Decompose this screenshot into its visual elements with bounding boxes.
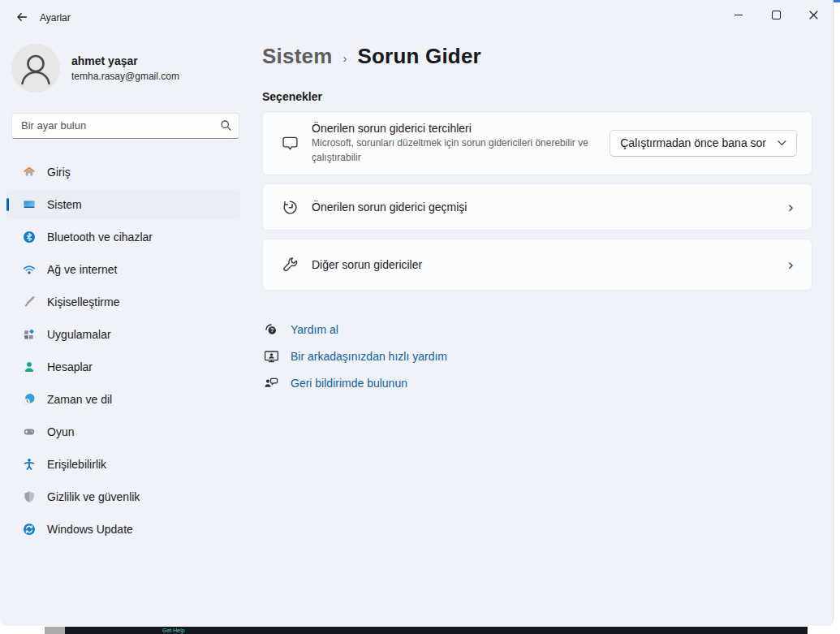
card-description: Microsoft, sorunları düzeltmek için soru… [312, 136, 610, 164]
history-icon [281, 198, 299, 216]
sidebar-item-label: Uygulamalar [47, 328, 111, 341]
sidebar-item-erisilebilirlik[interactable]: Erişilebilirlik [6, 450, 240, 479]
sidebar-item-label: Zaman ve dil [47, 393, 112, 406]
privacy-icon [23, 490, 36, 503]
link-label: Bir arkadaşınızdan hızlı yardım [291, 350, 447, 363]
windows-update-icon [23, 523, 36, 536]
card-text: Önerilen sorun giderici geçmişi [312, 201, 787, 213]
user-email: temha.rasay@gmail.com [71, 71, 179, 82]
link-label: Geri bildirimde bulunun [291, 377, 407, 390]
search-box [11, 113, 239, 139]
settings-cards: Önerilen sorun giderici tercihleri Micro… [262, 111, 812, 299]
breadcrumb-parent[interactable]: Sistem [262, 44, 332, 69]
window-controls [720, 0, 832, 29]
sidebar-item-gizlilik[interactable]: Gizlilik ve güvenlik [6, 482, 240, 511]
close-button[interactable] [795, 0, 832, 29]
sidebar-item-label: Gizlilik ve güvenlik [47, 490, 140, 503]
chevron-right-icon: › [787, 198, 794, 216]
sidebar-item-hesaplar[interactable]: Hesaplar [6, 352, 240, 382]
card-title: Diğer sorun gidericiler [312, 258, 787, 271]
card-other-troubleshooters[interactable]: Diğer sorun gidericiler › [262, 239, 812, 291]
sidebar-item-label: Ağ ve internet [47, 263, 117, 276]
personalization-icon [23, 295, 36, 308]
sidebar-nav: Giriş Sistem Bluetooth ve cihazlar Ağ ve… [6, 157, 240, 547]
chevron-down-icon [778, 140, 786, 146]
sidebar-item-oyun[interactable]: Oyun [6, 417, 240, 446]
background-peek-gray [45, 627, 65, 634]
link-quick-assist[interactable]: Bir arkadaşınızdan hızlı yardım [263, 343, 447, 369]
breadcrumb: Sistem › Sorun Gider [262, 44, 481, 69]
minimize-icon [734, 15, 743, 15]
svg-text:?: ? [270, 327, 274, 333]
person-icon [11, 44, 60, 93]
sidebar-item-ag-internet[interactable]: Ağ ve internet [6, 255, 240, 284]
sidebar-item-label: Giriş [47, 166, 71, 179]
get-help-icon: ? [263, 322, 279, 337]
back-button[interactable] [10, 6, 34, 28]
card-text: Diğer sorun gidericiler [312, 258, 787, 271]
gaming-icon [23, 425, 36, 438]
search-icon[interactable] [220, 119, 232, 132]
maximize-button[interactable] [757, 0, 795, 29]
user-name: ahmet yaşar [71, 54, 138, 67]
link-get-help[interactable]: ? Yardım al [263, 316, 447, 343]
breadcrumb-separator: › [342, 51, 347, 65]
link-feedback[interactable]: Geri bildirimde bulunun [263, 369, 447, 396]
account-profile[interactable]: ahmet yaşar temha.rasay@gmail.com [11, 44, 239, 94]
card-title: Önerilen sorun giderici tercihleri [312, 122, 610, 135]
avatar [11, 44, 60, 93]
page-title: Sorun Gider [357, 44, 480, 69]
chevron-right-icon: › [787, 256, 794, 274]
card-recommended-troubleshooter-preferences: Önerilen sorun giderici tercihleri Micro… [262, 111, 812, 175]
sidebar-item-giris[interactable]: Giriş [6, 157, 240, 187]
time-language-icon [23, 393, 36, 406]
search-input[interactable] [12, 114, 216, 136]
sidebar-item-label: Hesaplar [47, 360, 93, 373]
card-title: Önerilen sorun giderici geçmişi [312, 201, 787, 213]
sidebar-item-label: Windows Update [47, 523, 133, 536]
feedback-icon [263, 376, 279, 390]
titlebar: Ayarlar [0, 0, 833, 32]
sidebar-item-bluetooth[interactable]: Bluetooth ve cihazlar [6, 222, 240, 252]
background-window-edge [833, 0, 840, 2]
background-peek-label: Get Help [162, 627, 185, 634]
background-peek-window: Get Help [65, 627, 808, 634]
troubleshooter-preference-dropdown[interactable]: Çalıştırmadan önce bana sor [610, 130, 797, 157]
maximize-icon [772, 11, 781, 19]
sidebar-item-label: Oyun [47, 425, 74, 438]
section-title: Seçenekler [262, 90, 322, 103]
wrench-icon [281, 256, 299, 274]
sidebar-item-label: Bluetooth ve cihazlar [47, 231, 153, 244]
help-links: ? Yardım al Bir arkadaşınızdan hızlı yar… [263, 316, 447, 396]
system-icon [23, 198, 36, 211]
chat-bubble-icon [281, 135, 299, 153]
accounts-icon [23, 360, 36, 373]
network-icon [23, 263, 36, 276]
bluetooth-icon [23, 231, 36, 244]
back-arrow-icon [15, 11, 28, 24]
link-label: Yardım al [291, 323, 338, 336]
card-troubleshooter-history[interactable]: Önerilen sorun giderici geçmişi › [262, 183, 812, 231]
home-icon [23, 166, 36, 179]
sidebar-item-zaman-dil[interactable]: Zaman ve dil [6, 385, 240, 414]
accessibility-icon [23, 458, 36, 471]
minimize-button[interactable] [720, 0, 757, 29]
settings-window: Ayarlar ahmet yaşar temha.rasay@gmail.co… [0, 0, 834, 626]
sidebar-item-uygulamalar[interactable]: Uygulamalar [6, 320, 240, 349]
sidebar-item-kisisellestirme[interactable]: Kişiselleştirme [6, 287, 240, 317]
sidebar-item-label: Erişilebilirlik [47, 458, 106, 471]
sidebar-item-label: Sistem [47, 198, 82, 211]
app-title: Ayarlar [40, 12, 71, 24]
card-text: Önerilen sorun giderici tercihleri Micro… [312, 122, 610, 164]
close-icon [809, 11, 818, 19]
apps-icon [23, 328, 36, 341]
sidebar-item-sistem[interactable]: Sistem [6, 190, 240, 219]
sidebar-item-label: Kişiselleştirme [47, 295, 119, 308]
quick-assist-icon [263, 349, 279, 364]
sidebar-item-windows-update[interactable]: Windows Update [6, 515, 240, 544]
dropdown-selected-value: Çalıştırmadan önce bana sor [620, 136, 766, 149]
